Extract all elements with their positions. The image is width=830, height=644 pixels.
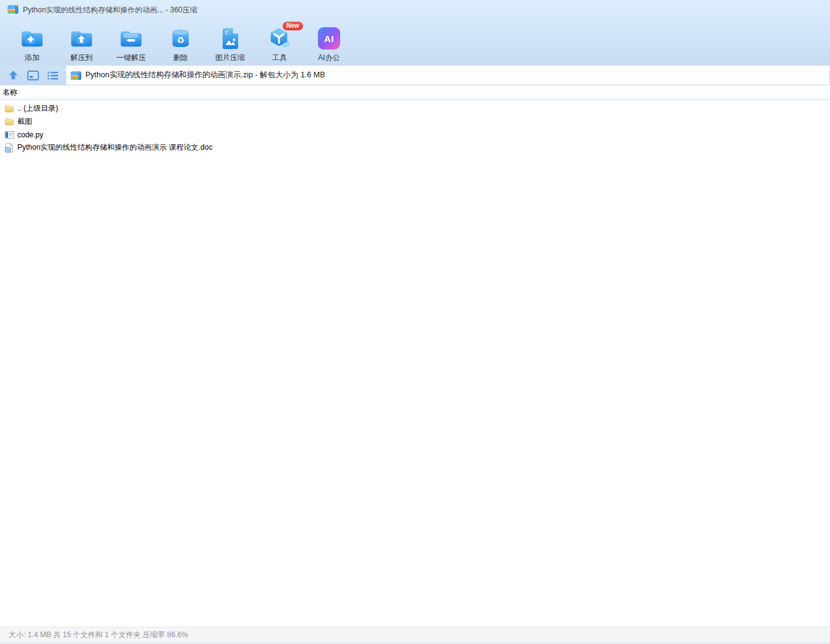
view-mode-icon[interactable] xyxy=(27,71,39,80)
zip-archive-icon xyxy=(7,4,19,17)
svg-text:W: W xyxy=(6,148,10,152)
title-bar: Python实现的线性结构存储和操作的动画... - 360压缩 xyxy=(0,0,830,20)
file-name: .. (上级目录) xyxy=(17,103,58,114)
extract-to-folder-icon xyxy=(70,25,93,52)
file-name: 截图 xyxy=(17,116,32,127)
ai-office-icon: AI xyxy=(318,25,340,52)
add-label: 添加 xyxy=(25,53,40,63)
column-header-name[interactable]: 名称 xyxy=(0,85,830,100)
word-doc-icon: W xyxy=(4,143,14,153)
add-button[interactable]: 添加 xyxy=(7,20,57,65)
tools-label: 工具 xyxy=(272,53,287,63)
one-click-extract-icon xyxy=(119,25,143,52)
list-item-parent-dir[interactable]: .. (上级目录) xyxy=(0,102,830,115)
delete-trash-icon: ♻ xyxy=(171,25,190,52)
python-file-icon xyxy=(4,130,14,140)
folder-icon xyxy=(4,104,14,114)
folder-icon xyxy=(4,117,14,127)
file-list-area: 名称 .. (上级目录) 截图 xyxy=(0,85,830,627)
svg-text:♻: ♻ xyxy=(177,35,185,45)
address-nav-icons xyxy=(0,65,66,85)
status-text: 大小: 1.4 MB 共 15 个文件和 1 个文件夹 压缩率 86.6% xyxy=(9,630,188,640)
list-item-python-file[interactable]: code.py xyxy=(0,128,830,141)
archive-path-text: Python实现的线性结构存储和操作的动画演示.zip - 解包大小为 1.6 … xyxy=(85,70,325,80)
archive-path-input[interactable]: Python实现的线性结构存储和操作的动画演示.zip - 解包大小为 1.6 … xyxy=(66,65,830,85)
list-view-icon[interactable] xyxy=(47,71,59,80)
extract-to-label: 解压到 xyxy=(71,53,93,63)
up-arrow-icon[interactable] xyxy=(7,69,19,81)
tools-button[interactable]: New 工具 xyxy=(255,20,304,65)
one-click-extract-label: 一键解压 xyxy=(116,53,146,63)
list-item-folder[interactable]: 截图 xyxy=(0,115,830,128)
delete-label: 删除 xyxy=(173,53,188,63)
file-name: code.py xyxy=(17,131,43,139)
add-folder-icon xyxy=(20,25,44,52)
image-compress-icon xyxy=(221,25,239,52)
address-bar: Python实现的线性结构存储和操作的动画演示.zip - 解包大小为 1.6 … xyxy=(0,65,830,85)
ai-office-label: AI办公 xyxy=(318,53,340,63)
one-click-extract-button[interactable]: 一键解压 xyxy=(106,20,156,65)
status-bar: 大小: 1.4 MB 共 15 个文件和 1 个文件夹 压缩率 86.6% xyxy=(0,627,830,643)
window-chrome: Python实现的线性结构存储和操作的动画... - 360压缩 添加 xyxy=(0,0,830,65)
ai-office-button[interactable]: AI AI办公 xyxy=(304,20,354,65)
image-compress-label: 图片压缩 xyxy=(215,53,245,63)
window-title: Python实现的线性结构存储和操作的动画... - 360压缩 xyxy=(23,5,197,15)
delete-button[interactable]: ♻ 删除 xyxy=(156,20,205,65)
image-compress-button[interactable]: 图片压缩 xyxy=(205,20,255,65)
360zip-window: Python实现的线性结构存储和操作的动画... - 360压缩 添加 xyxy=(0,0,830,644)
list-item-word-doc[interactable]: W Python实现的线性结构存储和操作的动画演示 课程论文.doc xyxy=(0,141,830,154)
new-badge: New xyxy=(283,22,303,30)
extract-to-button[interactable]: 解压到 xyxy=(57,20,106,65)
zip-archive-icon xyxy=(71,71,82,80)
file-rows: .. (上级目录) 截图 xyxy=(0,100,830,154)
toolbar: 添加 解压到 xyxy=(0,20,830,65)
file-name: Python实现的线性结构存储和操作的动画演示 课程论文.doc xyxy=(17,142,212,153)
